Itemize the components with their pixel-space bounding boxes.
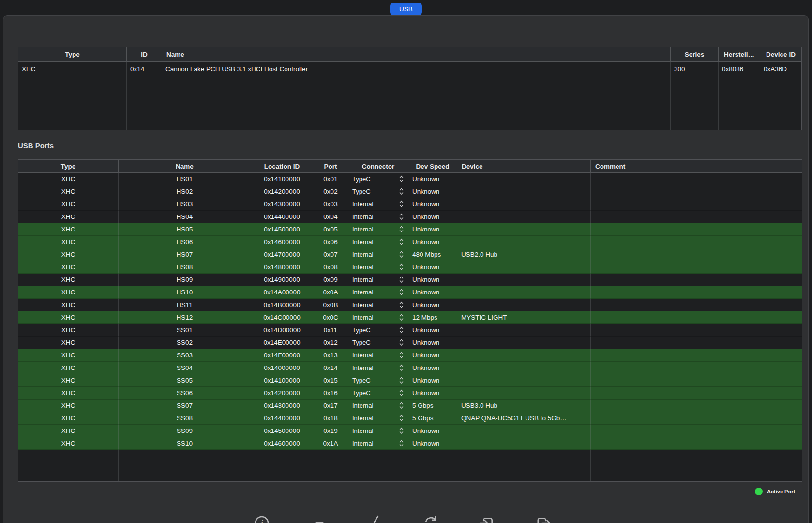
port-hs09-type[interactable]: XHC	[18, 274, 119, 286]
port-ss03-port[interactable]: 0x13	[313, 349, 348, 362]
remove-button[interactable]	[309, 513, 330, 523]
port-ss03-connector[interactable]: Internal	[348, 349, 408, 362]
port-ss01-device[interactable]	[457, 324, 591, 337]
port-hs11-port[interactable]: 0x0B	[313, 299, 348, 311]
controller-cell-type[interactable]: XHC	[18, 62, 127, 76]
port-ss09-connector[interactable]: Internal	[348, 425, 408, 437]
port-hs12-location-id[interactable]: 0x14C00000	[251, 311, 313, 324]
port-ss01-comment[interactable]	[591, 324, 802, 337]
ports-col-header-comment[interactable]: Comment	[591, 160, 802, 173]
port-hs03-location-id[interactable]: 0x14300000	[251, 198, 313, 211]
controller-cell-name[interactable]: Cannon Lake PCH USB 3.1 xHCI Host Contro…	[162, 62, 671, 76]
port-hs03-type[interactable]: XHC	[18, 198, 119, 211]
port-hs09-dev-speed[interactable]: Unknown	[408, 274, 457, 286]
port-hs11-name[interactable]: HS11	[119, 299, 251, 311]
port-ss08-dev-speed[interactable]: 5 Gbps	[408, 412, 457, 425]
port-hs12-type[interactable]: XHC	[18, 311, 119, 324]
port-hs01-name[interactable]: HS01	[119, 173, 251, 185]
port-hs08-device[interactable]	[457, 261, 591, 274]
port-hs01-type[interactable]: XHC	[18, 173, 119, 185]
port-hs05-port[interactable]: 0x05	[313, 223, 348, 236]
port-hs09-name[interactable]: HS09	[119, 274, 251, 286]
port-ss07-connector[interactable]: Internal	[348, 400, 408, 412]
port-hs04-connector[interactable]: Internal	[348, 211, 408, 223]
port-hs02-port[interactable]: 0x02	[313, 185, 348, 198]
port-ss09-location-id[interactable]: 0x14500000	[251, 425, 313, 437]
port-hs11-dev-speed[interactable]: Unknown	[408, 299, 457, 311]
port-ss01-name[interactable]: SS01	[119, 324, 251, 337]
port-hs11-type[interactable]: XHC	[18, 299, 119, 311]
port-ss08-port[interactable]: 0x18	[313, 412, 348, 425]
clean-button[interactable]	[364, 513, 384, 523]
port-ss03-device[interactable]	[457, 349, 591, 362]
port-ss10-port[interactable]: 0x1A	[313, 437, 348, 450]
port-hs05-location-id[interactable]: 0x14500000	[251, 223, 313, 236]
port-hs07-connector[interactable]: Internal	[348, 248, 408, 261]
port-ss09-dev-speed[interactable]: Unknown	[408, 425, 457, 437]
port-hs11-connector[interactable]: Internal	[348, 299, 408, 311]
ports-col-header-dev-speed[interactable]: Dev Speed	[408, 160, 457, 173]
port-ss10-location-id[interactable]: 0x14600000	[251, 437, 313, 450]
tab-usb[interactable]: USB	[390, 3, 422, 15]
port-ss02-location-id[interactable]: 0x14E00000	[251, 337, 313, 349]
export-button[interactable]	[533, 513, 553, 523]
port-ss03-name[interactable]: SS03	[119, 349, 251, 362]
port-hs12-device[interactable]: MYSTIC LIGHT	[457, 311, 591, 324]
port-hs02-dev-speed[interactable]: Unknown	[408, 185, 457, 198]
port-hs02-type[interactable]: XHC	[18, 185, 119, 198]
port-hs10-device[interactable]	[457, 286, 591, 299]
port-hs07-dev-speed[interactable]: 480 Mbps	[408, 248, 457, 261]
ports-col-header-port[interactable]: Port	[313, 160, 348, 173]
port-hs01-comment[interactable]	[591, 173, 802, 185]
port-hs04-location-id[interactable]: 0x14400000	[251, 211, 313, 223]
port-ss05-type[interactable]: XHC	[18, 374, 119, 387]
port-ss10-type[interactable]: XHC	[18, 437, 119, 450]
port-hs04-port[interactable]: 0x04	[313, 211, 348, 223]
port-ss07-port[interactable]: 0x17	[313, 400, 348, 412]
port-ss05-location-id[interactable]: 0x14100000	[251, 374, 313, 387]
port-ss06-comment[interactable]	[591, 387, 802, 400]
port-hs11-location-id[interactable]: 0x14B00000	[251, 299, 313, 311]
port-ss05-port[interactable]: 0x15	[313, 374, 348, 387]
controllers-col-header-herstell[interactable]: Herstell…	[719, 47, 760, 62]
port-hs08-comment[interactable]	[591, 261, 802, 274]
port-hs06-connector[interactable]: Internal	[348, 236, 408, 248]
port-ss08-name[interactable]: SS08	[119, 412, 251, 425]
port-hs06-location-id[interactable]: 0x14600000	[251, 236, 313, 248]
port-hs10-name[interactable]: HS10	[119, 286, 251, 299]
port-hs11-device[interactable]	[457, 299, 591, 311]
port-hs02-device[interactable]	[457, 185, 591, 198]
port-hs02-location-id[interactable]: 0x14200000	[251, 185, 313, 198]
port-hs08-type[interactable]: XHC	[18, 261, 119, 274]
port-hs07-comment[interactable]	[591, 248, 802, 261]
port-ss01-dev-speed[interactable]: Unknown	[408, 324, 457, 337]
port-hs08-dev-speed[interactable]: Unknown	[408, 261, 457, 274]
port-ss09-type[interactable]: XHC	[18, 425, 119, 437]
port-ss02-port[interactable]: 0x12	[313, 337, 348, 349]
controllers-col-header-name[interactable]: Name	[162, 47, 671, 62]
port-hs04-dev-speed[interactable]: Unknown	[408, 211, 457, 223]
port-ss04-connector[interactable]: Internal	[348, 362, 408, 374]
port-hs03-connector[interactable]: Internal	[348, 198, 408, 211]
port-ss02-name[interactable]: SS02	[119, 337, 251, 349]
port-ss06-device[interactable]	[457, 387, 591, 400]
port-hs05-dev-speed[interactable]: Unknown	[408, 223, 457, 236]
port-ss07-type[interactable]: XHC	[18, 400, 119, 412]
port-hs04-type[interactable]: XHC	[18, 211, 119, 223]
port-hs09-connector[interactable]: Internal	[348, 274, 408, 286]
port-hs06-dev-speed[interactable]: Unknown	[408, 236, 457, 248]
port-hs10-connector[interactable]: Internal	[348, 286, 408, 299]
controller-cell-id[interactable]: 0x14	[127, 62, 162, 76]
port-hs04-name[interactable]: HS04	[119, 211, 251, 223]
port-hs02-comment[interactable]	[591, 185, 802, 198]
port-ss05-dev-speed[interactable]: Unknown	[408, 374, 457, 387]
port-hs12-dev-speed[interactable]: 12 Mbps	[408, 311, 457, 324]
port-ss07-location-id[interactable]: 0x14300000	[251, 400, 313, 412]
port-ss01-location-id[interactable]: 0x14D00000	[251, 324, 313, 337]
port-ss02-device[interactable]	[457, 337, 591, 349]
port-ss09-port[interactable]: 0x19	[313, 425, 348, 437]
controllers-col-header-device-id[interactable]: Device ID	[760, 47, 801, 62]
port-hs05-type[interactable]: XHC	[18, 223, 119, 236]
port-hs06-name[interactable]: HS06	[119, 236, 251, 248]
port-ss08-comment[interactable]	[591, 412, 802, 425]
